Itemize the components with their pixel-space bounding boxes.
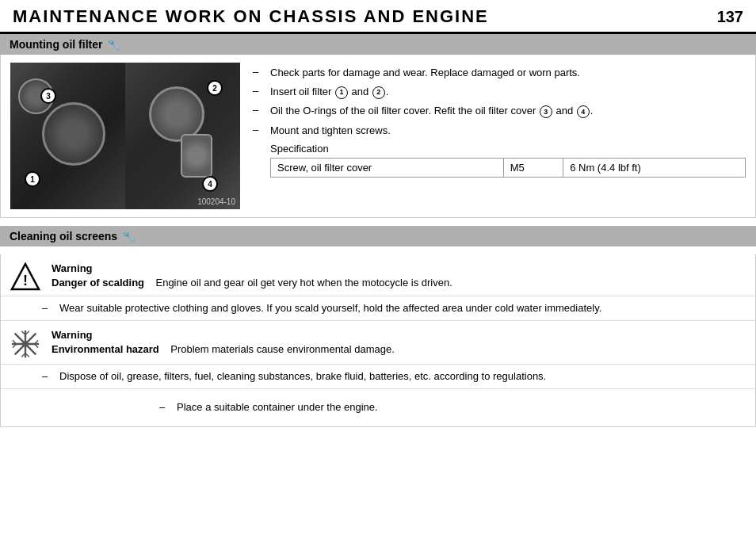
warning-block-1: ! Warning Danger of scalding Engine oil … xyxy=(1,254,755,296)
num-circle-4: 4 xyxy=(202,176,218,192)
num-circle-2: 2 xyxy=(207,80,223,96)
circle-num-4: 4 xyxy=(577,105,590,118)
num-circle-1: 1 xyxy=(25,171,40,187)
image-right: 2 4 xyxy=(125,63,240,209)
warning-content-1: Warning Danger of scalding Engine oil an… xyxy=(52,262,746,290)
spec-col3: 6 Nm (4.4 lbf ft) xyxy=(563,158,746,177)
image-code: 100204-10 xyxy=(197,197,235,206)
warning-block-2: Warning Environmental hazard Problem mat… xyxy=(1,321,755,365)
mounting-section-header: Mounting oil filter 🔧 xyxy=(0,34,756,55)
image-overlay-r xyxy=(125,63,240,209)
dash-2: – xyxy=(253,85,264,97)
instruction-text-1: Check parts for damage and wear. Replace… xyxy=(270,66,580,80)
circle-num-1: 1 xyxy=(335,86,348,99)
instruction-text-2: Insert oil filter 1 and 2. xyxy=(270,85,388,99)
spec-table: Screw, oil filter cover M5 6 Nm (4.4 lbf… xyxy=(270,158,746,178)
wrench-icon: 🔧 xyxy=(107,38,120,51)
cleaning-section-header: Cleaning oil screens 🔧 xyxy=(0,226,756,246)
spec-col2: M5 xyxy=(503,158,563,177)
bottom-dash: – xyxy=(159,400,170,415)
warn-dash-2: – xyxy=(42,369,53,384)
warning-triangle-svg: ! xyxy=(10,262,40,291)
warn-dash-1: – xyxy=(42,301,53,315)
mounting-content: 3 1 2 4 100204-10 – Check parts for dama… xyxy=(1,55,755,217)
warning-instruction-1: – Wear suitable protective clothing and … xyxy=(1,296,755,321)
page-title: MAINTENANCE WORK ON CHASSIS AND ENGINE xyxy=(13,6,489,27)
instruction-text-3: Oil the O-rings of the oil filter cover.… xyxy=(270,104,593,118)
page-header: MAINTENANCE WORK ON CHASSIS AND ENGINE 1… xyxy=(0,0,756,34)
circle-num-3: 3 xyxy=(540,105,552,118)
warning-title-1: Warning xyxy=(52,262,746,274)
cleaning-section-title: Cleaning oil screens xyxy=(10,230,117,243)
warning-instruction-2: – Dispose of oil, grease, filters, fuel,… xyxy=(1,365,755,389)
instruction-1: – Check parts for damage and wear. Repla… xyxy=(253,66,746,80)
warning-icon-container-1: ! xyxy=(10,262,42,291)
mounting-section: 3 1 2 4 100204-10 – Check parts for dama… xyxy=(0,55,756,218)
mounting-section-title: Mounting oil filter xyxy=(10,38,102,51)
hazard-svg xyxy=(10,328,40,360)
instruction-4: – Mount and tighten screws. xyxy=(253,124,746,138)
bottom-instruction-text: Place a suitable container under the eng… xyxy=(177,400,378,415)
warning-body-text-2: Problem materials cause environmental da… xyxy=(170,343,395,355)
warning-content-2: Warning Environmental hazard Problem mat… xyxy=(52,329,746,357)
circle-num-2: 2 xyxy=(372,86,385,99)
triangle-warning-icon: ! xyxy=(10,262,40,291)
warn-instruction-text-1: Wear suitable protective clothing and gl… xyxy=(59,301,601,315)
instruction-text-4: Mount and tighten screws. xyxy=(270,124,391,138)
spec-label: Specification xyxy=(270,143,746,155)
warning-body-1: Danger of scalding Engine oil and gear o… xyxy=(52,277,452,289)
spec-col1: Screw, oil filter cover xyxy=(271,158,504,177)
snowflake-hazard-icon xyxy=(10,329,40,359)
image-left: 3 1 xyxy=(10,63,125,209)
warning-body-2: Environmental hazard Problem materials c… xyxy=(52,343,395,355)
dash-3: – xyxy=(253,104,264,116)
wrench-icon-2: 🔧 xyxy=(122,230,136,243)
page-number: 137 xyxy=(717,8,743,26)
mounting-instructions: – Check parts for damage and wear. Repla… xyxy=(253,63,746,209)
instruction-3: – Oil the O-rings of the oil filter cove… xyxy=(253,104,746,118)
dash-4: – xyxy=(253,124,264,136)
instruction-2: – Insert oil filter 1 and 2. xyxy=(253,85,746,99)
oil-filter-image: 3 1 2 4 100204-10 xyxy=(10,63,240,209)
svg-text:!: ! xyxy=(23,273,28,289)
image-overlay xyxy=(10,63,125,209)
warning-title-2: Warning xyxy=(52,329,746,341)
spec-table-row: Screw, oil filter cover M5 6 Nm (4.4 lbf… xyxy=(271,158,746,177)
warning-subtitle-1: Danger of scalding xyxy=(52,277,144,289)
warning-icon-container-2 xyxy=(10,329,42,359)
warning-subtitle-2: Environmental hazard xyxy=(52,343,159,355)
warn-instruction-text-2: Dispose of oil, grease, filters, fuel, c… xyxy=(59,369,546,384)
num-circle-3: 3 xyxy=(40,88,56,104)
cleaning-section: ! Warning Danger of scalding Engine oil … xyxy=(0,254,756,427)
bottom-instruction: – Place a suitable container under the e… xyxy=(1,389,755,426)
warning-body-text-1: Engine oil and gear oil get very hot whe… xyxy=(155,277,452,289)
dash-1: – xyxy=(253,66,264,78)
